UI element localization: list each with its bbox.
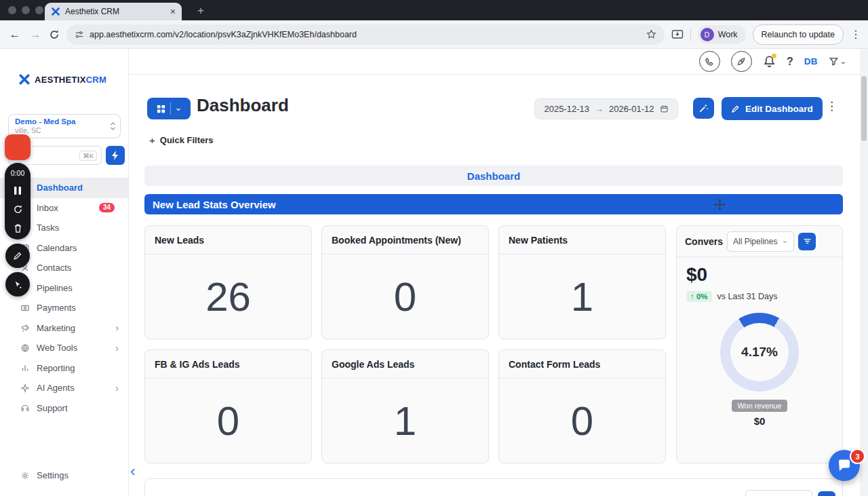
chevron-right-icon: › [115, 323, 119, 332]
restart-icon[interactable] [13, 204, 23, 214]
lead-source-title: Lead Source Report [155, 487, 740, 496]
cursor-spark-icon [13, 280, 23, 290]
recording-timer: 0:00 [11, 169, 24, 177]
reload-icon[interactable] [49, 29, 60, 40]
help-button[interactable]: ? [787, 56, 793, 68]
card-title: FB & IG Ads Leads [145, 350, 311, 379]
back-icon[interactable]: ← [8, 28, 22, 41]
conversion-amount: $0 [686, 264, 833, 286]
sidebar-item-web-tools[interactable]: Web Tools › [0, 338, 128, 358]
card-value: 1 [499, 254, 665, 339]
chart-settings-button[interactable] [798, 233, 816, 250]
chat-unread-badge: 3 [850, 449, 865, 464]
calendar-icon [660, 104, 669, 113]
magic-wand-icon [698, 103, 709, 113]
chevron-down-icon: ⌄ [840, 57, 846, 66]
sparkle-icon [20, 383, 30, 393]
launch-button[interactable] [731, 51, 752, 72]
edit-dashboard-button[interactable]: Edit Dashboard [722, 97, 823, 120]
ai-assist-button[interactable] [693, 98, 714, 119]
address-bar[interactable]: app.aesthetixcrm.com/v2/location/psvK3aZ… [66, 24, 665, 45]
conversion-gauge: 4.17% [720, 313, 799, 392]
new-tab-button[interactable]: + [193, 3, 209, 18]
install-app-icon[interactable] [671, 29, 684, 40]
draw-button[interactable] [5, 244, 30, 268]
stat-card-contact-form-leads: Contact Form Leads 0 [498, 349, 666, 463]
collapse-sidebar-icon[interactable]: ‹ [130, 464, 135, 479]
dashboard-switcher-button[interactable]: ⌄ [147, 98, 191, 119]
card-value: 0 [322, 254, 488, 339]
pause-icon[interactable] [14, 186, 22, 195]
lead-stats-section-header[interactable]: New Lead Stats Overview [144, 194, 843, 214]
browser-menu-icon[interactable]: ⋮ [850, 28, 860, 41]
delta-badge: ↑ 0% [686, 291, 712, 302]
card-title: Google Ads Leads [322, 350, 488, 379]
sidebar-item-settings[interactable]: Settings [0, 465, 128, 485]
close-tab-icon[interactable]: × [170, 7, 176, 16]
chevron-down-icon: ⌄ [175, 103, 182, 112]
notifications-button[interactable] [763, 55, 776, 68]
sliders-icon [803, 237, 812, 246]
trash-icon[interactable] [14, 223, 22, 233]
pipeline-select[interactable]: All Pipelines ⌄ [745, 490, 812, 496]
stat-card-new-patients: New Patients 1 [498, 225, 666, 339]
sidebar-item-marketing[interactable]: Marketing › [0, 318, 128, 339]
window-zoom-button[interactable] [35, 6, 43, 14]
location-subtext: ville, SC [15, 126, 105, 134]
pencil-icon [13, 251, 22, 261]
brand-wordmark: AESTHETIXCRM [35, 75, 106, 85]
browser-profile-chip[interactable]: D Work [698, 25, 746, 44]
megaphone-icon [20, 323, 30, 332]
gear-icon [20, 471, 30, 480]
profile-avatar: D [701, 28, 714, 41]
sidebar-item-support[interactable]: Support [0, 398, 128, 419]
site-settings-icon[interactable] [75, 30, 84, 39]
stop-recording-button[interactable] [5, 134, 31, 160]
won-revenue-value: $0 [686, 415, 833, 427]
chart-settings-button[interactable] [818, 491, 835, 496]
aesthetix-logo-icon [18, 73, 31, 85]
scrollbar-thumb[interactable] [861, 76, 867, 141]
dashboard-section-header: Dashboard [144, 166, 843, 186]
filter-dropdown-button[interactable]: ⌄ [829, 56, 846, 66]
profile-name: Work [718, 30, 738, 39]
forward-icon[interactable]: → [28, 28, 42, 41]
url-text: app.aesthetixcrm.com/v2/location/psvK3aZ… [90, 30, 641, 39]
date-arrow: → [595, 104, 604, 114]
card-title: New Leads [145, 226, 311, 254]
plus-icon: + [149, 134, 155, 146]
lightning-icon [111, 151, 119, 160]
stat-card-google-ads-leads: Google Ads Leads 1 [321, 349, 489, 463]
card-value: 0 [499, 379, 665, 463]
pipeline-select[interactable]: All Pipelines ⌄ [727, 231, 794, 252]
window-minimize-button[interactable] [22, 6, 30, 14]
button-divider [170, 102, 171, 115]
window-controls [8, 6, 43, 14]
effects-button[interactable] [5, 272, 30, 297]
date-start: 2025-12-13 [545, 104, 590, 114]
quick-action-button[interactable] [106, 146, 125, 165]
screen: Aesthetix CRM × + ← → app.aesthetixcrm.c… [0, 0, 868, 496]
window-close-button[interactable] [8, 6, 16, 14]
aesthetix-favicon-icon [51, 7, 60, 16]
search-shortcut: ⌘K [79, 151, 97, 161]
move-cursor-icon [714, 199, 726, 210]
rocket-icon [736, 57, 746, 66]
globe-icon [20, 343, 30, 353]
sidebar-item-reporting[interactable]: Reporting [0, 358, 128, 379]
bookmark-star-icon[interactable] [646, 29, 656, 39]
conversion-card-body: $0 ↑ 0% vs Last 31 Days 4.17% Won revenu… [677, 257, 842, 427]
quick-filters-button[interactable]: + Quick Filters [149, 134, 214, 146]
conversion-card-header: Convers All Pipelines ⌄ [677, 226, 842, 257]
sidebar-item-ai-agents[interactable]: AI Agents › [0, 378, 128, 398]
stat-cards-grid: New Leads 26 Booked Appointments (New) 0… [144, 225, 667, 463]
date-range-picker[interactable]: 2025-12-13 → 2026-01-12 [534, 98, 678, 119]
phone-button[interactable] [699, 51, 720, 72]
dashboard-menu-icon[interactable]: ⋮ [826, 99, 837, 113]
relaunch-to-update-button[interactable]: Relaunch to update [753, 24, 844, 45]
pencil-icon [731, 104, 740, 113]
browser-tab[interactable]: Aesthetix CRM × [45, 3, 182, 20]
stat-card-new-leads: New Leads 26 [144, 225, 312, 339]
sidebar-item-payments[interactable]: Payments [0, 298, 128, 318]
user-avatar[interactable]: DB [804, 56, 818, 66]
